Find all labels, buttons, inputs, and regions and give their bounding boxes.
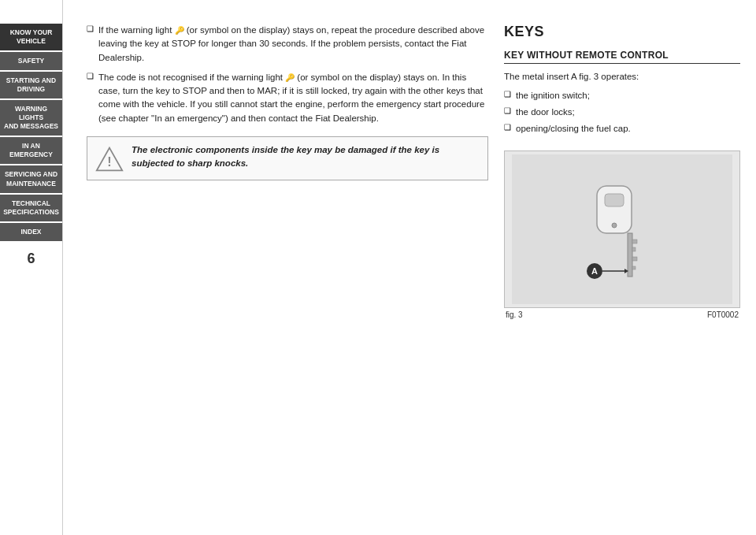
sidebar-item-servicing[interactable]: SERVICING AND MAINTENANCE <box>0 165 62 192</box>
key-item-3: ❑ opening/closing the fuel cap. <box>504 122 740 136</box>
svg-text:A: A <box>591 266 598 276</box>
warning-triangle-icon: ! <box>95 145 124 173</box>
warning-box: ! The electronic components inside the k… <box>87 136 488 180</box>
svg-rect-7 <box>632 240 637 243</box>
paragraph-1: ❑ If the warning light 🔑 (or symbol on t… <box>87 24 488 65</box>
svg-text:!: ! <box>107 154 111 169</box>
intro-text: The metal insert A fig. 3 operates: <box>504 70 740 84</box>
key-item-1: ❑ the ignition switch; <box>504 89 740 102</box>
right-column: KEYS KEY WITHOUT REMOTE CONTROL The meta… <box>504 24 740 519</box>
main-content: ❑ If the warning light 🔑 (or symbol on t… <box>63 0 756 535</box>
svg-rect-4 <box>605 194 624 206</box>
key-item-2-text: the door locks; <box>516 106 575 119</box>
sidebar-item-starting-driving[interactable]: STARTING AND DRIVING <box>0 72 62 98</box>
sidebar-label-index: INDEX <box>21 228 42 236</box>
checkbox-key-2: ❑ <box>504 106 511 115</box>
paragraph-1-text: If the warning light 🔑 (or symbol on the… <box>98 24 488 65</box>
checkbox-key-1: ❑ <box>504 90 511 98</box>
key-item-3-text: opening/closing the fuel cap. <box>516 122 631 136</box>
sidebar-item-index[interactable]: INDEX <box>0 223 62 241</box>
sidebar-item-technical[interactable]: TECHNICAL SPECIFICATIONS <box>0 195 62 221</box>
svg-rect-10 <box>632 266 636 269</box>
svg-rect-8 <box>632 247 636 251</box>
svg-rect-6 <box>628 233 632 277</box>
sidebar-label-servicing: SERVICING AND MAINTENANCE <box>5 170 57 187</box>
svg-point-5 <box>612 223 617 228</box>
subsection-title: KEY WITHOUT REMOTE CONTROL <box>504 50 740 64</box>
key-figure: A <box>512 154 732 304</box>
sidebar-item-emergency[interactable]: IN AN EMERGENCY <box>0 137 62 164</box>
key-item-1-text: the ignition switch; <box>516 89 590 102</box>
paragraph-2-text: The code is not recognised if the warnin… <box>98 71 488 125</box>
sidebar-label-starting-driving: STARTING AND DRIVING <box>6 76 56 93</box>
checkbox-2: ❑ <box>87 72 94 80</box>
figure-caption: fig. 3 F0T0002 <box>504 310 740 319</box>
key-item-2: ❑ the door locks; <box>504 106 740 119</box>
sidebar-label-warning-lights: WARNING LIGHTS AND MESSAGES <box>4 105 58 130</box>
sidebar: KNOW YOUR VEHICLE SAFETY STARTING AND DR… <box>0 0 63 535</box>
sidebar-label-emergency: IN AN EMERGENCY <box>9 142 53 158</box>
svg-rect-9 <box>632 257 637 261</box>
section-title: KEYS <box>504 24 740 40</box>
paragraph-2: ❑ The code is not recognised if the warn… <box>87 71 488 125</box>
page-number: 6 <box>0 243 62 267</box>
sidebar-item-warning-lights[interactable]: WARNING LIGHTS AND MESSAGES <box>0 100 62 136</box>
figure-caption-left: fig. 3 <box>506 310 523 319</box>
figure-caption-right: F0T0002 <box>707 310 739 319</box>
checkbox-key-3: ❑ <box>504 123 511 132</box>
left-column: ❑ If the warning light 🔑 (or symbol on t… <box>87 24 504 519</box>
sidebar-label-technical: TECHNICAL SPECIFICATIONS <box>3 199 59 216</box>
checkbox-1: ❑ <box>87 24 94 33</box>
sidebar-item-safety[interactable]: SAFETY <box>0 52 62 70</box>
sidebar-item-know-your-vehicle[interactable]: KNOW YOUR VEHICLE <box>0 24 62 50</box>
sidebar-label-safety: SAFETY <box>18 57 45 65</box>
warning-text: The electronic components inside the key… <box>132 143 480 171</box>
figure-box: A <box>504 150 740 308</box>
sidebar-label-know-your-vehicle: KNOW YOUR VEHICLE <box>10 28 53 45</box>
